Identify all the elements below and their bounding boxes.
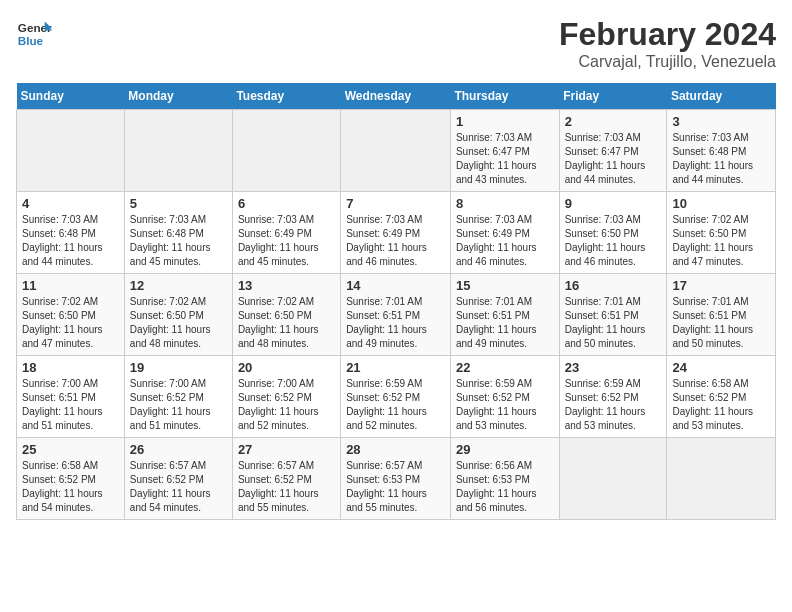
day-number: 28 bbox=[346, 442, 445, 457]
calendar-cell: 20Sunrise: 7:00 AMSunset: 6:52 PMDayligh… bbox=[232, 356, 340, 438]
day-number: 20 bbox=[238, 360, 335, 375]
day-detail: Sunrise: 6:59 AMSunset: 6:52 PMDaylight:… bbox=[565, 377, 662, 433]
calendar-table: SundayMondayTuesdayWednesdayThursdayFrid… bbox=[16, 83, 776, 520]
calendar-cell: 21Sunrise: 6:59 AMSunset: 6:52 PMDayligh… bbox=[341, 356, 451, 438]
calendar-cell: 2Sunrise: 7:03 AMSunset: 6:47 PMDaylight… bbox=[559, 110, 667, 192]
calendar-cell: 23Sunrise: 6:59 AMSunset: 6:52 PMDayligh… bbox=[559, 356, 667, 438]
calendar-cell: 6Sunrise: 7:03 AMSunset: 6:49 PMDaylight… bbox=[232, 192, 340, 274]
day-detail: Sunrise: 6:59 AMSunset: 6:52 PMDaylight:… bbox=[346, 377, 445, 433]
day-number: 15 bbox=[456, 278, 554, 293]
day-number: 21 bbox=[346, 360, 445, 375]
day-detail: Sunrise: 7:03 AMSunset: 6:48 PMDaylight:… bbox=[672, 131, 770, 187]
weekday-header-tuesday: Tuesday bbox=[232, 83, 340, 110]
day-number: 25 bbox=[22, 442, 119, 457]
day-detail: Sunrise: 6:58 AMSunset: 6:52 PMDaylight:… bbox=[672, 377, 770, 433]
weekday-header-row: SundayMondayTuesdayWednesdayThursdayFrid… bbox=[17, 83, 776, 110]
calendar-cell bbox=[232, 110, 340, 192]
day-detail: Sunrise: 7:03 AMSunset: 6:49 PMDaylight:… bbox=[456, 213, 554, 269]
calendar-cell: 26Sunrise: 6:57 AMSunset: 6:52 PMDayligh… bbox=[124, 438, 232, 520]
svg-text:Blue: Blue bbox=[18, 34, 44, 47]
day-number: 13 bbox=[238, 278, 335, 293]
calendar-cell: 1Sunrise: 7:03 AMSunset: 6:47 PMDaylight… bbox=[450, 110, 559, 192]
day-number: 9 bbox=[565, 196, 662, 211]
day-detail: Sunrise: 7:00 AMSunset: 6:51 PMDaylight:… bbox=[22, 377, 119, 433]
calendar-cell: 16Sunrise: 7:01 AMSunset: 6:51 PMDayligh… bbox=[559, 274, 667, 356]
weekday-header-friday: Friday bbox=[559, 83, 667, 110]
page-subtitle: Carvajal, Trujillo, Venezuela bbox=[559, 53, 776, 71]
day-number: 8 bbox=[456, 196, 554, 211]
day-number: 16 bbox=[565, 278, 662, 293]
calendar-week-2: 4Sunrise: 7:03 AMSunset: 6:48 PMDaylight… bbox=[17, 192, 776, 274]
day-detail: Sunrise: 6:56 AMSunset: 6:53 PMDaylight:… bbox=[456, 459, 554, 515]
weekday-header-sunday: Sunday bbox=[17, 83, 125, 110]
calendar-cell: 27Sunrise: 6:57 AMSunset: 6:52 PMDayligh… bbox=[232, 438, 340, 520]
weekday-header-thursday: Thursday bbox=[450, 83, 559, 110]
calendar-cell bbox=[124, 110, 232, 192]
day-number: 11 bbox=[22, 278, 119, 293]
calendar-cell: 15Sunrise: 7:01 AMSunset: 6:51 PMDayligh… bbox=[450, 274, 559, 356]
calendar-week-1: 1Sunrise: 7:03 AMSunset: 6:47 PMDaylight… bbox=[17, 110, 776, 192]
day-number: 14 bbox=[346, 278, 445, 293]
calendar-cell: 11Sunrise: 7:02 AMSunset: 6:50 PMDayligh… bbox=[17, 274, 125, 356]
day-detail: Sunrise: 6:57 AMSunset: 6:52 PMDaylight:… bbox=[238, 459, 335, 515]
calendar-cell: 9Sunrise: 7:03 AMSunset: 6:50 PMDaylight… bbox=[559, 192, 667, 274]
day-number: 17 bbox=[672, 278, 770, 293]
day-detail: Sunrise: 7:02 AMSunset: 6:50 PMDaylight:… bbox=[130, 295, 227, 351]
calendar-cell: 25Sunrise: 6:58 AMSunset: 6:52 PMDayligh… bbox=[17, 438, 125, 520]
calendar-cell bbox=[559, 438, 667, 520]
calendar-cell: 10Sunrise: 7:02 AMSunset: 6:50 PMDayligh… bbox=[667, 192, 776, 274]
page-title: February 2024 bbox=[559, 16, 776, 53]
day-detail: Sunrise: 7:03 AMSunset: 6:49 PMDaylight:… bbox=[238, 213, 335, 269]
weekday-header-monday: Monday bbox=[124, 83, 232, 110]
calendar-cell: 19Sunrise: 7:00 AMSunset: 6:52 PMDayligh… bbox=[124, 356, 232, 438]
day-detail: Sunrise: 7:01 AMSunset: 6:51 PMDaylight:… bbox=[346, 295, 445, 351]
day-number: 24 bbox=[672, 360, 770, 375]
calendar-cell: 5Sunrise: 7:03 AMSunset: 6:48 PMDaylight… bbox=[124, 192, 232, 274]
day-number: 26 bbox=[130, 442, 227, 457]
day-detail: Sunrise: 7:00 AMSunset: 6:52 PMDaylight:… bbox=[130, 377, 227, 433]
day-number: 4 bbox=[22, 196, 119, 211]
day-detail: Sunrise: 6:59 AMSunset: 6:52 PMDaylight:… bbox=[456, 377, 554, 433]
day-number: 5 bbox=[130, 196, 227, 211]
day-number: 7 bbox=[346, 196, 445, 211]
day-detail: Sunrise: 7:03 AMSunset: 6:47 PMDaylight:… bbox=[565, 131, 662, 187]
day-number: 18 bbox=[22, 360, 119, 375]
day-detail: Sunrise: 6:57 AMSunset: 6:53 PMDaylight:… bbox=[346, 459, 445, 515]
day-number: 10 bbox=[672, 196, 770, 211]
calendar-cell: 18Sunrise: 7:00 AMSunset: 6:51 PMDayligh… bbox=[17, 356, 125, 438]
day-detail: Sunrise: 7:03 AMSunset: 6:50 PMDaylight:… bbox=[565, 213, 662, 269]
calendar-cell: 24Sunrise: 6:58 AMSunset: 6:52 PMDayligh… bbox=[667, 356, 776, 438]
calendar-cell: 8Sunrise: 7:03 AMSunset: 6:49 PMDaylight… bbox=[450, 192, 559, 274]
day-detail: Sunrise: 7:01 AMSunset: 6:51 PMDaylight:… bbox=[565, 295, 662, 351]
day-number: 22 bbox=[456, 360, 554, 375]
day-detail: Sunrise: 7:03 AMSunset: 6:47 PMDaylight:… bbox=[456, 131, 554, 187]
day-detail: Sunrise: 7:02 AMSunset: 6:50 PMDaylight:… bbox=[238, 295, 335, 351]
calendar-cell: 12Sunrise: 7:02 AMSunset: 6:50 PMDayligh… bbox=[124, 274, 232, 356]
calendar-cell bbox=[667, 438, 776, 520]
day-detail: Sunrise: 7:01 AMSunset: 6:51 PMDaylight:… bbox=[456, 295, 554, 351]
day-number: 2 bbox=[565, 114, 662, 129]
calendar-cell: 3Sunrise: 7:03 AMSunset: 6:48 PMDaylight… bbox=[667, 110, 776, 192]
weekday-header-saturday: Saturday bbox=[667, 83, 776, 110]
calendar-cell: 4Sunrise: 7:03 AMSunset: 6:48 PMDaylight… bbox=[17, 192, 125, 274]
day-detail: Sunrise: 6:58 AMSunset: 6:52 PMDaylight:… bbox=[22, 459, 119, 515]
day-number: 29 bbox=[456, 442, 554, 457]
calendar-cell bbox=[341, 110, 451, 192]
calendar-cell: 22Sunrise: 6:59 AMSunset: 6:52 PMDayligh… bbox=[450, 356, 559, 438]
page-header: General Blue February 2024 Carvajal, Tru… bbox=[16, 16, 776, 71]
calendar-week-5: 25Sunrise: 6:58 AMSunset: 6:52 PMDayligh… bbox=[17, 438, 776, 520]
day-detail: Sunrise: 7:03 AMSunset: 6:49 PMDaylight:… bbox=[346, 213, 445, 269]
day-number: 3 bbox=[672, 114, 770, 129]
logo: General Blue bbox=[16, 16, 52, 52]
weekday-header-wednesday: Wednesday bbox=[341, 83, 451, 110]
day-number: 6 bbox=[238, 196, 335, 211]
day-detail: Sunrise: 7:02 AMSunset: 6:50 PMDaylight:… bbox=[22, 295, 119, 351]
day-detail: Sunrise: 6:57 AMSunset: 6:52 PMDaylight:… bbox=[130, 459, 227, 515]
title-area: February 2024 Carvajal, Trujillo, Venezu… bbox=[559, 16, 776, 71]
day-number: 19 bbox=[130, 360, 227, 375]
calendar-cell: 13Sunrise: 7:02 AMSunset: 6:50 PMDayligh… bbox=[232, 274, 340, 356]
day-number: 27 bbox=[238, 442, 335, 457]
calendar-week-4: 18Sunrise: 7:00 AMSunset: 6:51 PMDayligh… bbox=[17, 356, 776, 438]
calendar-cell: 7Sunrise: 7:03 AMSunset: 6:49 PMDaylight… bbox=[341, 192, 451, 274]
logo-icon: General Blue bbox=[16, 16, 52, 52]
